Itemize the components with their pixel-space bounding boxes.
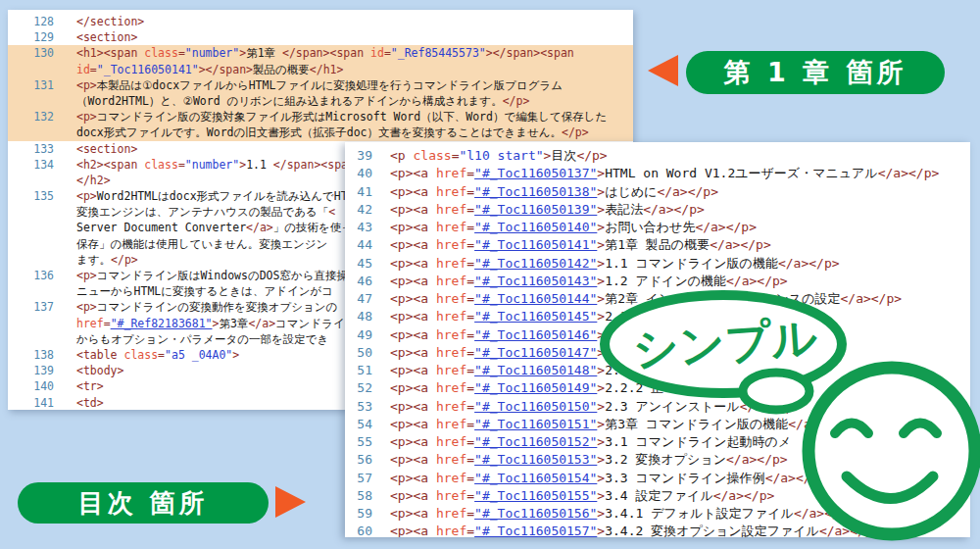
line-number: 42 xyxy=(345,201,372,219)
line-number: 45 xyxy=(345,255,372,273)
line-number: 130 xyxy=(8,45,54,61)
code-text: <tr> xyxy=(76,378,104,394)
code-line[interactable]: 45<p><a href="#_Toc116050142">1.1 コマンドライ… xyxy=(345,255,970,273)
line-number: 48 xyxy=(345,308,372,325)
code-line[interactable]: 49<p><a href="#_Toc116050146">2 xyxy=(345,326,970,344)
code-text: id="_Toc116050141"></span>製品の概要</h1> xyxy=(76,62,343,77)
code-text: <p><a href="#_Toc116050144">第2章 インストールとラ… xyxy=(390,290,902,308)
code-line[interactable]: 60<p><a href="#_Toc116050157">3.4.2 変換オプ… xyxy=(345,523,970,537)
code-text: <p><a href="#_Toc116050152">3.1 コマンドライン起… xyxy=(390,433,791,451)
code-line[interactable]: 44<p><a href="#_Toc116050141">第1章 製品の概要<… xyxy=(345,236,970,254)
code-text: ニューからHTMLに変換するときは、アドインがコ xyxy=(76,283,333,299)
line-number: 129 xyxy=(8,29,54,45)
line-number: 50 xyxy=(345,344,372,362)
code-text: <p>コマンドライン版はWindowsのDOS窓から直接操 xyxy=(76,268,348,283)
code-line[interactable]: id="_Toc116050141"></span>製品の概要</h1> xyxy=(8,62,633,77)
line-number: 47 xyxy=(345,290,372,308)
line-number: 56 xyxy=(345,451,372,469)
code-text: <p><a href="#_Toc116050156">3.4.1 デフォルト設… xyxy=(390,505,856,523)
code-line[interactable]: 129<section> xyxy=(8,29,633,45)
code-line[interactable]: 132<p>コマンドライン版の変換対象ファイル形式はMicrosoft Word… xyxy=(8,109,633,125)
code-text: docx形式ファイルです。Wordの旧文書形式（拡張子doc）文書を変換すること… xyxy=(76,125,589,140)
code-text: <p><a href="#_Toc116050139">表記法</a></p> xyxy=(390,201,705,219)
code-line[interactable]: 41<p><a href="#_Toc116050138">はじめに</a></… xyxy=(345,183,970,201)
code-line[interactable]: 50<p><a href="#_Toc116050147">2 xyxy=(345,344,970,362)
code-text: Server Document Converter</a>」の技術を使って xyxy=(76,220,365,235)
code-text: <p><a href="#_Toc116050140">お問い合わせ先</a><… xyxy=(390,219,757,236)
code-text: <p><a href="#_Toc116050146">2 xyxy=(390,326,612,344)
line-number: 141 xyxy=(8,395,54,411)
line-number: 133 xyxy=(8,141,54,157)
code-text: <p>コマンドライン版の変換対象ファイル形式はMicrosoft Word（以下… xyxy=(76,109,607,125)
line-number: 131 xyxy=(8,77,54,93)
code-line[interactable]: 54<p><a href="#_Toc116050151">第3章 コマンドライ… xyxy=(345,416,970,433)
line-number: 57 xyxy=(345,470,372,487)
code-text: <p><a href="#_Toc116050157">3.4.2 変換オプショ… xyxy=(390,523,881,537)
line-number: 41 xyxy=(345,183,372,201)
code-line[interactable]: （Word2HTML）と、②Word のリボンに組み込まれるアドインから構成され… xyxy=(8,93,633,109)
toc-source-editor-panel: 39<p class="l10 start">目次</p>40<p><a hre… xyxy=(345,142,970,537)
code-line[interactable]: 42<p><a href="#_Toc116050139">表記法</a></p… xyxy=(345,201,970,219)
line-number: 39 xyxy=(345,147,372,165)
code-text: <p><a href="#_Toc116050142">1.1 コマンドライン版… xyxy=(390,255,840,273)
line-number: 58 xyxy=(345,487,372,505)
code-text: <h2><span class="number">1.1 </span><spa… xyxy=(76,157,375,173)
code-text: <table class="a5 _04A0"> xyxy=(76,347,239,363)
line-number: 137 xyxy=(8,299,54,315)
code-line[interactable]: 59<p><a href="#_Toc116050156">3.4.1 デフォル… xyxy=(345,505,970,523)
code-line[interactable]: 52<p><a href="#_Toc116050149">2.2.2 正 xyxy=(345,379,970,397)
code-line[interactable]: 51<p><a href="#_Toc116050148">2.2 xyxy=(345,362,970,379)
code-text: <p><a href="#_Toc116050155">3.4 設定ファイル</… xyxy=(390,487,774,505)
code-line[interactable]: 53<p><a href="#_Toc116050150">2.3 アンインスト… xyxy=(345,398,970,416)
line-number: 60 xyxy=(345,523,372,537)
code-line[interactable]: 128</section> xyxy=(8,14,633,29)
code-text: <p><a href="#_Toc116050147">2 xyxy=(390,344,612,362)
code-text: （Word2HTML）と、②Word のリボンに組み込まれるアドインから構成され… xyxy=(76,93,529,109)
line-number: 138 xyxy=(8,347,54,363)
line-number: 52 xyxy=(345,379,372,397)
code-text: <section> xyxy=(76,141,137,157)
code-text: <p class="l10 start">目次</p> xyxy=(390,147,608,165)
code-line[interactable]: 43<p><a href="#_Toc116050140">お問い合わせ先</a… xyxy=(345,219,970,236)
toc-badge: 目次 箇所 xyxy=(18,482,269,524)
line-number: 132 xyxy=(8,109,54,125)
chapter-badge: 第 1 章 箇所 xyxy=(686,51,945,94)
line-number: 140 xyxy=(8,378,54,394)
code-text: 変換エンジンは、アンテナハウスの製品である「< xyxy=(76,204,335,220)
code-line[interactable]: 46<p><a href="#_Toc116050143">1.2 アドインの機… xyxy=(345,273,970,290)
code-text: からもオプション・パラメータの一部を設定でき xyxy=(76,331,328,347)
code-line[interactable]: 58<p><a href="#_Toc116050155">3.4 設定ファイル… xyxy=(345,487,970,505)
line-number: 40 xyxy=(345,165,372,182)
code-line[interactable]: 47<p><a href="#_Toc116050144">第2章 インストール… xyxy=(345,290,970,308)
line-number: 139 xyxy=(8,363,54,378)
code-line[interactable]: 131<p>本製品は①docxファイルからHTMLファイルに変換処理を行うコマン… xyxy=(8,77,633,93)
code-text: <p>Word2HTMLはdocx形式ファイルを読み込んでHT xyxy=(76,188,348,204)
code-text: <td> xyxy=(76,395,104,411)
line-number: 128 xyxy=(8,14,54,29)
line-number: 59 xyxy=(345,505,372,523)
toc-pointer-right-arrow-icon xyxy=(275,486,306,518)
page-canvas: { "colors": { "background": "#bed7f0", "… xyxy=(0,0,980,549)
code-text: <p><a href="#_Toc116050149">2.2.2 正 xyxy=(390,379,663,397)
line-number: 55 xyxy=(345,433,372,451)
code-line[interactable]: 40<p><a href="#_Toc116050137">HTML on Wo… xyxy=(345,165,970,182)
code-text: <p>本製品は①docxファイルからHTMLファイルに変換処理を行うコマンドライ… xyxy=(76,77,563,93)
code-line[interactable]: 130<h1><span class="number">第1章 </span><… xyxy=(8,45,633,61)
line-number: 53 xyxy=(345,398,372,416)
code-text: <p><a href="#_Toc116050148">2.2 xyxy=(390,362,628,379)
code-text: </h2> xyxy=(76,173,111,188)
line-number: 134 xyxy=(8,157,54,173)
code-line[interactable]: 48<p><a href="#_Toc116050145">2.1 xyxy=(345,308,970,325)
line-number: 49 xyxy=(345,326,372,344)
code-text: <p><a href="#_Toc116050143">1.2 アドインの機能<… xyxy=(390,273,788,290)
code-line[interactable]: 55<p><a href="#_Toc116050152">3.1 コマンドライ… xyxy=(345,433,970,451)
line-number: 136 xyxy=(8,268,54,283)
code-line[interactable]: docx形式ファイルです。Wordの旧文書形式（拡張子doc）文書を変換すること… xyxy=(8,125,633,140)
code-text: <tbody> xyxy=(76,363,123,378)
code-line[interactable]: 39<p class="l10 start">目次</p> xyxy=(345,147,970,165)
code-line[interactable]: 57<p><a href="#_Toc116050154">3.3 コマンドライ… xyxy=(345,470,970,487)
chapter-badge-label: 第 1 章 箇所 xyxy=(724,55,907,90)
code-line[interactable]: 56<p><a href="#_Toc116050153">3.2 変換オプショ… xyxy=(345,451,970,469)
code-text: <p><a href="#_Toc116050151">第3章 コマンドライン版… xyxy=(390,416,850,433)
code-text: <h1><span class="number">第1章 </span><spa… xyxy=(76,45,574,61)
